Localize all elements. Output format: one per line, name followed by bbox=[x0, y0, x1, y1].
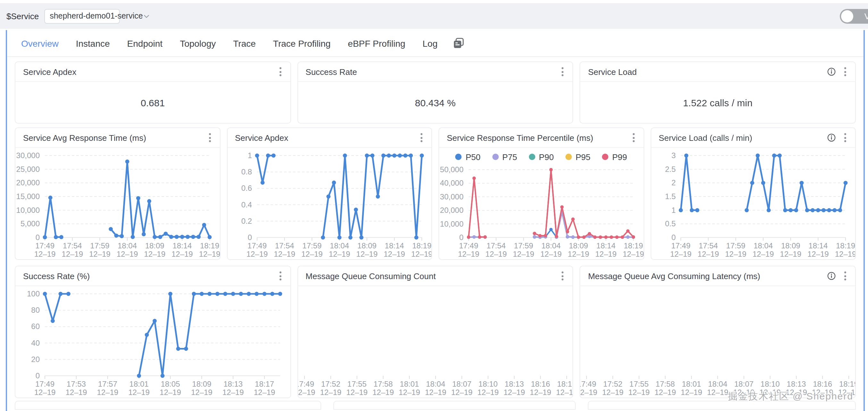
chart-legend: P50P75P90P95P99 bbox=[439, 148, 643, 166]
svg-text:12–19: 12–19 bbox=[117, 250, 138, 258]
svg-text:18:19: 18:19 bbox=[624, 241, 643, 250]
svg-text:18:01: 18:01 bbox=[682, 380, 701, 388]
svg-text:12–19: 12–19 bbox=[477, 388, 499, 397]
tab-trace[interactable]: Trace bbox=[233, 38, 256, 48]
tab-topology[interactable]: Topology bbox=[180, 38, 216, 48]
toggle-knob bbox=[841, 10, 853, 23]
tab-bar: OverviewInstanceEndpointTopologyTraceTra… bbox=[7, 30, 864, 57]
svg-text:20: 20 bbox=[31, 355, 40, 364]
svg-text:30,000: 30,000 bbox=[440, 193, 464, 201]
svg-text:12–19: 12–19 bbox=[540, 250, 562, 258]
svg-text:0.4: 0.4 bbox=[241, 200, 252, 209]
svg-text:12–19: 12–19 bbox=[835, 250, 855, 258]
kebab-menu-icon[interactable] bbox=[631, 132, 636, 143]
tab-instance[interactable]: Instance bbox=[76, 38, 110, 48]
svg-text:0: 0 bbox=[36, 371, 40, 380]
svg-text:17:54: 17:54 bbox=[487, 241, 506, 250]
kebab-menu-icon[interactable] bbox=[561, 270, 565, 282]
svg-text:17:49: 17:49 bbox=[247, 241, 266, 250]
svg-text:18:07: 18:07 bbox=[734, 380, 753, 388]
svg-text:12–19: 12–19 bbox=[451, 388, 472, 397]
svg-text:12–19: 12–19 bbox=[812, 388, 833, 397]
svg-text:10,000: 10,000 bbox=[17, 206, 40, 214]
kebab-menu-icon[interactable] bbox=[278, 270, 282, 282]
svg-text:12–19: 12–19 bbox=[733, 388, 755, 397]
card-title: Service Apdex bbox=[235, 133, 288, 142]
service-select[interactable]: shepherd-demo01-service bbox=[44, 9, 120, 23]
info-icon[interactable] bbox=[827, 133, 836, 142]
legend-item-p75[interactable]: P75 bbox=[492, 152, 517, 162]
tab-log[interactable]: Log bbox=[423, 38, 437, 48]
svg-text:12–19: 12–19 bbox=[191, 388, 213, 397]
svg-text:12–19: 12–19 bbox=[786, 388, 807, 397]
info-icon[interactable] bbox=[827, 271, 836, 280]
kpi-value: 1.522 calls / min bbox=[683, 97, 753, 108]
card-service-load-chart: Service Load (calls / min) 00.511.522.53… bbox=[650, 127, 856, 260]
svg-text:12–19: 12–19 bbox=[62, 250, 83, 258]
kebab-menu-icon[interactable] bbox=[843, 132, 847, 143]
card-title: Service Response Time Percentile (ms) bbox=[447, 133, 593, 142]
svg-text:12–19: 12–19 bbox=[97, 388, 118, 397]
svg-text:12–19: 12–19 bbox=[34, 388, 56, 397]
svg-text:12–19: 12–19 bbox=[725, 250, 746, 258]
kebab-menu-icon[interactable] bbox=[278, 66, 282, 77]
svg-text:12–19: 12–19 bbox=[681, 388, 702, 397]
auto-refresh-toggle[interactable]: V bbox=[840, 9, 868, 24]
legend-label: P75 bbox=[502, 152, 517, 162]
kebab-menu-icon[interactable] bbox=[207, 132, 212, 143]
legend-label: P95 bbox=[576, 152, 590, 162]
svg-text:12–19: 12–19 bbox=[329, 250, 350, 258]
legend-item-p95[interactable]: P95 bbox=[565, 152, 590, 162]
kebab-menu-icon[interactable] bbox=[561, 66, 565, 77]
svg-text:17:52: 17:52 bbox=[603, 380, 622, 388]
kebab-menu-icon[interactable] bbox=[843, 270, 847, 282]
legend-dot bbox=[602, 153, 608, 160]
svg-text:15,000: 15,000 bbox=[17, 192, 40, 201]
dashboard-list-icon[interactable] bbox=[453, 38, 464, 49]
svg-text:12–19: 12–19 bbox=[301, 250, 322, 258]
svg-text:0: 0 bbox=[459, 233, 464, 242]
tab-overview[interactable]: Overview bbox=[21, 38, 59, 48]
svg-text:17:54: 17:54 bbox=[275, 241, 294, 250]
svg-text:18:07: 18:07 bbox=[452, 380, 471, 388]
svg-text:17:55: 17:55 bbox=[347, 380, 366, 388]
svg-text:12–19: 12–19 bbox=[655, 388, 676, 397]
svg-text:18:04: 18:04 bbox=[118, 241, 137, 250]
svg-text:1: 1 bbox=[671, 206, 675, 214]
card-response-time-percentile: Service Response Time Percentile (ms) P5… bbox=[438, 127, 644, 260]
chart-canvas: 010,00020,00030,00040,00050,00017:4912–1… bbox=[439, 166, 643, 259]
legend-item-p99[interactable]: P99 bbox=[602, 152, 627, 162]
line-chart: 05,00010,00015,00020,00025,00030,00017:4… bbox=[16, 148, 220, 259]
kebab-menu-icon[interactable] bbox=[843, 66, 847, 77]
svg-text:17:58: 17:58 bbox=[373, 380, 393, 388]
line-chart: 17:4912–1917:5212–1917:5512–1917:5812–19… bbox=[298, 286, 572, 398]
svg-text:12–19: 12–19 bbox=[838, 388, 855, 397]
svg-text:18:13: 18:13 bbox=[504, 380, 524, 388]
card-service-load-kpi: Service Load 1.522 calls / min bbox=[580, 62, 856, 124]
svg-text:18:09: 18:09 bbox=[357, 241, 376, 250]
svg-text:50,000: 50,000 bbox=[440, 166, 464, 174]
info-icon[interactable] bbox=[827, 67, 836, 76]
card-mq-consuming-count: Message Queue Consuming Count 17:4912–19… bbox=[297, 266, 573, 398]
svg-text:17:54: 17:54 bbox=[63, 241, 82, 250]
svg-text:17:49: 17:49 bbox=[35, 241, 55, 250]
svg-text:12–19: 12–19 bbox=[144, 250, 165, 258]
svg-text:12–19: 12–19 bbox=[160, 388, 181, 397]
tab-endpoint[interactable]: Endpoint bbox=[127, 38, 163, 48]
card-title: Message Queue Consuming Count bbox=[306, 271, 436, 281]
dashboard-grid: Service Apdex 0.681 Success Rate 80.434 … bbox=[7, 57, 864, 410]
legend-label: P99 bbox=[612, 152, 627, 162]
svg-text:17:49: 17:49 bbox=[35, 380, 55, 388]
legend-item-p50[interactable]: P50 bbox=[456, 152, 480, 162]
legend-item-p90[interactable]: P90 bbox=[529, 152, 554, 162]
svg-text:12–19: 12–19 bbox=[503, 388, 525, 397]
svg-text:12–19: 12–19 bbox=[372, 388, 394, 397]
kebab-menu-icon[interactable] bbox=[419, 132, 424, 143]
svg-text:18:09: 18:09 bbox=[145, 241, 164, 250]
tab-ebpf-profiling[interactable]: eBPF Profiling bbox=[348, 38, 405, 48]
svg-text:12–19: 12–19 bbox=[513, 250, 534, 258]
tab-trace-profiling[interactable]: Trace Profiling bbox=[273, 38, 331, 48]
svg-text:18:19: 18:19 bbox=[836, 241, 855, 250]
svg-text:17:49: 17:49 bbox=[459, 241, 478, 250]
card-title: Service Load (calls / min) bbox=[659, 133, 752, 142]
